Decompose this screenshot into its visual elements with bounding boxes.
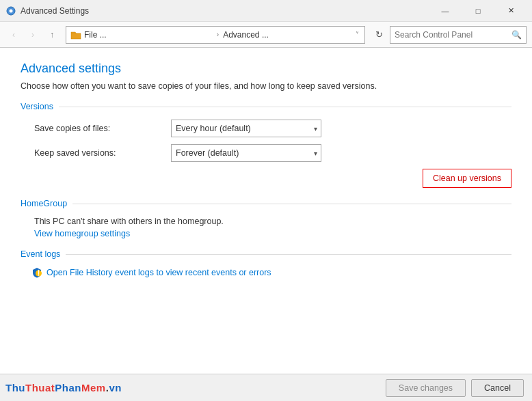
watermark-mem: Mem: [81, 382, 106, 393]
main-content: Advanced settings Choose how often you w…: [0, 48, 532, 374]
versions-section-header: Versions: [21, 102, 511, 111]
keep-versions-label: Keep saved versions:: [34, 148, 171, 158]
event-logs-label: Event logs: [21, 249, 60, 259]
folder-icon: [70, 29, 81, 40]
homegroup-divider: [72, 204, 511, 204]
svg-point-1: [10, 9, 13, 12]
event-logs-divider: [66, 254, 511, 255]
keep-versions-select-wrapper: Forever (default) ▾: [171, 144, 321, 162]
window-controls: — □ ✕: [429, 0, 527, 22]
save-copies-select[interactable]: Every hour (default): [171, 120, 321, 137]
save-changes-button[interactable]: Save changes: [386, 379, 466, 397]
page-title: Advanced settings: [21, 61, 511, 76]
watermark: ThuThuatPhanMem.vn: [0, 374, 122, 401]
page-description: Choose how often you want to save copies…: [21, 81, 511, 91]
maximize-button[interactable]: □: [462, 0, 494, 22]
cancel-button[interactable]: Cancel: [471, 379, 524, 397]
homegroup-section-header: HomeGroup: [21, 199, 511, 208]
homegroup-text: This PC can't share with others in the h…: [21, 217, 511, 226]
address-bar: ‹ › ↑ File ... › Advanced ... ˅ ↻ 🔍: [0, 22, 532, 48]
search-icon: 🔍: [511, 30, 522, 40]
breadcrumb-advanced: Advanced ...: [223, 30, 351, 40]
search-input[interactable]: [395, 30, 509, 40]
breadcrumb-file: File ...: [84, 30, 213, 40]
save-copies-row: Save copies of files: Every hour (defaul…: [21, 120, 511, 137]
save-copies-label: Save copies of files:: [34, 124, 171, 133]
app-icon: [5, 5, 16, 16]
breadcrumb-chevron-down: ˅: [356, 31, 359, 38]
versions-divider: [59, 107, 511, 107]
title-bar: Advanced Settings — □ ✕: [0, 0, 532, 22]
close-button[interactable]: ✕: [495, 0, 527, 22]
homegroup-settings-link[interactable]: View homegroup settings: [21, 229, 511, 238]
watermark-thuat: Thuat: [25, 382, 55, 393]
breadcrumb-separator: ›: [217, 31, 219, 38]
address-bar-input[interactable]: File ... › Advanced ... ˅: [66, 26, 365, 44]
keep-versions-select[interactable]: Forever (default): [171, 144, 321, 162]
homegroup-label: HomeGroup: [21, 199, 67, 208]
watermark-vn: vn: [109, 382, 122, 393]
bottom-bar: ThuThuatPhanMem.vn Save changes Cancel: [0, 374, 532, 401]
refresh-button[interactable]: ↻: [371, 27, 387, 43]
cleanup-btn-row: Clean up versions: [21, 169, 511, 188]
minimize-button[interactable]: —: [429, 0, 461, 22]
search-box[interactable]: 🔍: [390, 26, 527, 44]
watermark-phan: Phan: [55, 382, 81, 393]
versions-label: Versions: [21, 102, 53, 111]
event-logs-section-header: Event logs: [21, 249, 511, 259]
event-logs-link[interactable]: Open File History event logs to view rec…: [46, 268, 271, 277]
watermark-thu: Thu: [5, 382, 25, 393]
keep-versions-row: Keep saved versions: Forever (default) ▾: [21, 144, 511, 162]
forward-button[interactable]: ›: [25, 27, 41, 43]
up-button[interactable]: ↑: [44, 27, 60, 43]
window-title: Advanced Settings: [21, 6, 429, 16]
cleanup-versions-button[interactable]: Clean up versions: [423, 169, 511, 188]
save-copies-select-wrapper: Every hour (default) ▾: [171, 120, 321, 137]
back-button[interactable]: ‹: [5, 27, 22, 43]
shield-icon: [31, 267, 42, 278]
event-logs-row: Open File History event logs to view rec…: [21, 267, 511, 278]
